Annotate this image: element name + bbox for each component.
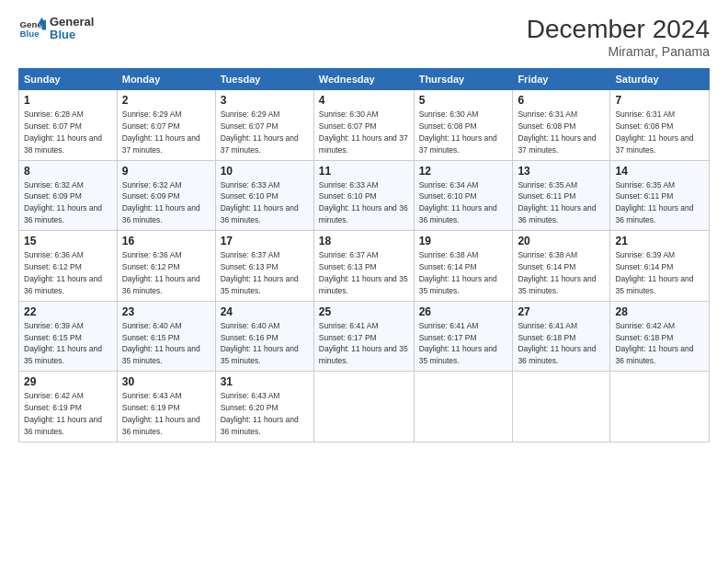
- day-number: 7: [615, 94, 704, 107]
- day-number: 26: [419, 305, 508, 318]
- title-block: December 2024 Miramar, Panama: [527, 15, 710, 59]
- day-number: 11: [319, 165, 409, 178]
- calendar-cell: 17 Sunrise: 6:37 AMSunset: 6:13 PMDaylig…: [215, 231, 313, 302]
- day-info: Sunrise: 6:31 AMSunset: 6:08 PMDaylight:…: [518, 109, 596, 155]
- day-info: Sunrise: 6:39 AMSunset: 6:14 PMDaylight:…: [615, 250, 693, 295]
- calendar-cell: 11 Sunrise: 6:33 AMSunset: 6:10 PMDaylig…: [313, 160, 414, 231]
- day-info: Sunrise: 6:31 AMSunset: 6:08 PMDaylight:…: [615, 109, 693, 155]
- calendar-cell: 25 Sunrise: 6:41 AMSunset: 6:17 PMDaylig…: [313, 301, 414, 372]
- calendar-cell: 15 Sunrise: 6:36 AMSunset: 6:12 PMDaylig…: [19, 231, 118, 302]
- day-number: 20: [518, 235, 605, 247]
- day-number: 17: [221, 235, 309, 247]
- calendar-cell: [610, 372, 710, 442]
- logo-blue: Blue: [50, 29, 94, 41]
- month-title: December 2024: [527, 15, 710, 44]
- day-info: Sunrise: 6:36 AMSunset: 6:12 PMDaylight:…: [122, 250, 200, 295]
- day-number: 9: [122, 165, 210, 178]
- calendar-cell: 18 Sunrise: 6:37 AMSunset: 6:13 PMDaylig…: [313, 231, 414, 302]
- calendar-cell: 8 Sunrise: 6:32 AMSunset: 6:09 PMDayligh…: [19, 160, 118, 231]
- calendar-cell: [313, 372, 414, 442]
- day-number: 28: [615, 305, 704, 318]
- day-number: 10: [221, 165, 309, 178]
- day-info: Sunrise: 6:37 AMSunset: 6:13 PMDaylight:…: [221, 250, 299, 295]
- calendar-week-1: 8 Sunrise: 6:32 AMSunset: 6:09 PMDayligh…: [19, 160, 710, 231]
- day-number: 24: [221, 305, 309, 318]
- calendar-cell: 14 Sunrise: 6:35 AMSunset: 6:11 PMDaylig…: [610, 160, 710, 231]
- day-number: 21: [615, 235, 704, 247]
- calendar-week-4: 29 Sunrise: 6:42 AMSunset: 6:19 PMDaylig…: [19, 372, 710, 442]
- calendar-cell: 31 Sunrise: 6:43 AMSunset: 6:20 PMDaylig…: [215, 372, 313, 442]
- calendar-cell: 30 Sunrise: 6:43 AMSunset: 6:19 PMDaylig…: [117, 372, 215, 442]
- day-info: Sunrise: 6:34 AMSunset: 6:10 PMDaylight:…: [419, 180, 497, 225]
- calendar-cell: 2 Sunrise: 6:29 AMSunset: 6:07 PMDayligh…: [117, 90, 215, 161]
- day-info: Sunrise: 6:38 AMSunset: 6:14 PMDaylight:…: [518, 250, 596, 295]
- day-number: 15: [24, 235, 112, 247]
- day-info: Sunrise: 6:41 AMSunset: 6:18 PMDaylight:…: [518, 321, 596, 366]
- weekday-header-saturday: Saturday: [610, 69, 710, 90]
- day-number: 27: [518, 305, 605, 318]
- calendar-cell: 10 Sunrise: 6:33 AMSunset: 6:10 PMDaylig…: [215, 160, 313, 231]
- day-info: Sunrise: 6:32 AMSunset: 6:09 PMDaylight:…: [24, 180, 102, 225]
- calendar-cell: 20 Sunrise: 6:38 AMSunset: 6:14 PMDaylig…: [513, 231, 610, 302]
- logo-general: General: [50, 16, 94, 29]
- calendar-cell: 27 Sunrise: 6:41 AMSunset: 6:18 PMDaylig…: [513, 301, 610, 372]
- day-number: 29: [24, 375, 112, 388]
- weekday-header-wednesday: Wednesday: [313, 69, 414, 90]
- calendar-cell: 1 Sunrise: 6:28 AMSunset: 6:07 PMDayligh…: [19, 90, 118, 161]
- day-info: Sunrise: 6:41 AMSunset: 6:17 PMDaylight:…: [319, 321, 408, 366]
- calendar-cell: 12 Sunrise: 6:34 AMSunset: 6:10 PMDaylig…: [414, 160, 513, 231]
- calendar-cell: 23 Sunrise: 6:40 AMSunset: 6:15 PMDaylig…: [117, 301, 215, 372]
- calendar-cell: 4 Sunrise: 6:30 AMSunset: 6:07 PMDayligh…: [313, 90, 414, 161]
- day-number: 14: [615, 165, 704, 178]
- day-info: Sunrise: 6:37 AMSunset: 6:13 PMDaylight:…: [319, 250, 408, 295]
- weekday-header-monday: Monday: [117, 69, 215, 90]
- day-info: Sunrise: 6:33 AMSunset: 6:10 PMDaylight:…: [221, 180, 299, 225]
- calendar-cell: 24 Sunrise: 6:40 AMSunset: 6:16 PMDaylig…: [215, 301, 313, 372]
- weekday-header-tuesday: Tuesday: [215, 69, 313, 90]
- day-info: Sunrise: 6:32 AMSunset: 6:09 PMDaylight:…: [122, 180, 200, 225]
- day-number: 16: [122, 235, 210, 247]
- weekday-header-thursday: Thursday: [414, 69, 513, 90]
- day-number: 13: [518, 165, 605, 178]
- day-info: Sunrise: 6:42 AMSunset: 6:18 PMDaylight:…: [615, 321, 693, 366]
- day-info: Sunrise: 6:29 AMSunset: 6:07 PMDaylight:…: [221, 109, 299, 155]
- day-info: Sunrise: 6:40 AMSunset: 6:15 PMDaylight:…: [122, 321, 200, 366]
- calendar-cell: 26 Sunrise: 6:41 AMSunset: 6:17 PMDaylig…: [414, 301, 513, 372]
- day-number: 3: [221, 94, 309, 107]
- day-number: 12: [419, 165, 508, 178]
- calendar-body: 1 Sunrise: 6:28 AMSunset: 6:07 PMDayligh…: [19, 90, 710, 442]
- logo: General Blue General Blue: [18, 15, 94, 42]
- day-info: Sunrise: 6:42 AMSunset: 6:19 PMDaylight:…: [24, 391, 102, 436]
- calendar-cell: 9 Sunrise: 6:32 AMSunset: 6:09 PMDayligh…: [117, 160, 215, 231]
- weekday-header-friday: Friday: [513, 69, 610, 90]
- day-number: 19: [419, 235, 508, 247]
- day-number: 22: [24, 305, 112, 318]
- header: General Blue General Blue December 2024 …: [18, 15, 710, 59]
- calendar-table: SundayMondayTuesdayWednesdayThursdayFrid…: [18, 68, 710, 442]
- day-number: 30: [122, 375, 210, 388]
- location-subtitle: Miramar, Panama: [527, 44, 710, 59]
- day-info: Sunrise: 6:35 AMSunset: 6:11 PMDaylight:…: [615, 180, 693, 225]
- day-info: Sunrise: 6:38 AMSunset: 6:14 PMDaylight:…: [419, 250, 497, 295]
- calendar-cell: 16 Sunrise: 6:36 AMSunset: 6:12 PMDaylig…: [117, 231, 215, 302]
- day-info: Sunrise: 6:36 AMSunset: 6:12 PMDaylight:…: [24, 250, 102, 295]
- calendar-cell: 6 Sunrise: 6:31 AMSunset: 6:08 PMDayligh…: [513, 90, 610, 161]
- calendar-week-0: 1 Sunrise: 6:28 AMSunset: 6:07 PMDayligh…: [19, 90, 710, 161]
- day-info: Sunrise: 6:33 AMSunset: 6:10 PMDaylight:…: [319, 180, 408, 225]
- day-number: 6: [518, 94, 605, 107]
- day-info: Sunrise: 6:29 AMSunset: 6:07 PMDaylight:…: [122, 109, 200, 155]
- day-number: 18: [319, 235, 409, 247]
- calendar-cell: 28 Sunrise: 6:42 AMSunset: 6:18 PMDaylig…: [610, 301, 710, 372]
- calendar-week-2: 15 Sunrise: 6:36 AMSunset: 6:12 PMDaylig…: [19, 231, 710, 302]
- day-info: Sunrise: 6:43 AMSunset: 6:19 PMDaylight:…: [122, 391, 200, 436]
- calendar-cell: 7 Sunrise: 6:31 AMSunset: 6:08 PMDayligh…: [610, 90, 710, 161]
- day-info: Sunrise: 6:40 AMSunset: 6:16 PMDaylight:…: [221, 321, 299, 366]
- logo-icon: General Blue: [18, 15, 46, 42]
- day-number: 31: [221, 375, 309, 388]
- day-info: Sunrise: 6:43 AMSunset: 6:20 PMDaylight:…: [221, 391, 299, 436]
- day-number: 25: [319, 305, 409, 318]
- calendar-week-3: 22 Sunrise: 6:39 AMSunset: 6:15 PMDaylig…: [19, 301, 710, 372]
- calendar-cell: 19 Sunrise: 6:38 AMSunset: 6:14 PMDaylig…: [414, 231, 513, 302]
- page: General Blue General Blue December 2024 …: [0, 0, 728, 563]
- calendar-cell: 22 Sunrise: 6:39 AMSunset: 6:15 PMDaylig…: [19, 301, 118, 372]
